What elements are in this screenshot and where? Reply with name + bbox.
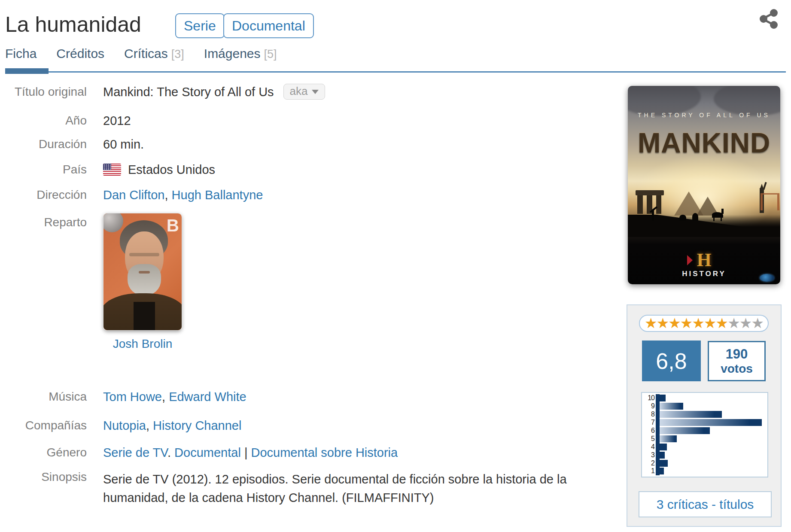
histogram-tick-label: 8 (642, 410, 656, 418)
histogram-row: 3 (642, 451, 765, 459)
aka-dropdown-button[interactable]: aka (283, 84, 325, 100)
star-filled-icon: ★ (668, 316, 680, 331)
country-value: Estados Unidos (128, 163, 215, 176)
histogram-bar (660, 403, 683, 410)
star-filled-icon: ★ (716, 316, 728, 331)
histogram-tick-label: 1 (642, 467, 656, 475)
photo-badge (103, 213, 123, 232)
rating-score: 6,8 (642, 340, 701, 381)
histogram-bar (660, 468, 664, 474)
photo-backdrop-letter: B (167, 216, 179, 235)
tab-imagenes[interactable]: Imágenes[5] (204, 46, 277, 61)
field-label: Sinopsis (0, 470, 87, 484)
histogram-bar (660, 395, 666, 401)
star-filled-icon: ★ (680, 316, 692, 331)
golden-gate-silhouette (761, 193, 779, 210)
histogram-bar (660, 427, 710, 434)
histogram-tick-label: 10 (642, 394, 656, 402)
histogram-tick-label: 5 (642, 435, 656, 443)
star-empty-icon: ★ (751, 316, 763, 331)
star-filled-icon: ★ (657, 316, 669, 331)
company-link[interactable]: History Channel (153, 419, 241, 432)
histogram-row: 10 (642, 394, 765, 402)
history-logo: H (628, 249, 780, 271)
movie-poster[interactable]: THE STORY OF ALL OF US MANKIND H HISTORY (628, 86, 780, 284)
histogram-tick-label: 7 (642, 419, 656, 426)
chevron-down-icon (312, 90, 319, 94)
year-value: 2012 (103, 114, 131, 128)
histogram-row: 9 (642, 402, 765, 410)
tab-imagenes-count: [5] (264, 48, 277, 61)
histogram-bar (660, 435, 677, 442)
tabs-divider-line (5, 71, 786, 73)
bluray-logo (760, 274, 774, 282)
star-empty-icon: ★ (739, 316, 751, 331)
tab-ficha[interactable]: Ficha (5, 46, 37, 61)
tab-criticas-count: [3] (171, 48, 184, 61)
histogram-bar (660, 444, 667, 450)
cast-name-link: Josh Brolin (103, 337, 182, 351)
star-empty-icon: ★ (727, 316, 739, 331)
histogram-row: 5 (642, 435, 765, 443)
history-wordmark: HISTORY (628, 270, 780, 278)
histogram-bar (660, 452, 665, 459)
histogram-row: 6 (642, 427, 765, 435)
us-flag-icon (103, 164, 121, 176)
tab-bar: Ficha Créditos Críticas[3] Imágenes[5] (5, 46, 277, 61)
tab-criticas[interactable]: Críticas[3] (124, 46, 184, 61)
genre-link[interactable]: Documental (174, 446, 241, 459)
histogram-bar (660, 460, 668, 467)
company-link[interactable]: Nutopia (103, 419, 146, 432)
filmaffinity-film-page: La humanidad Serie Documental Ficha Créd… (0, 0, 791, 532)
criticas-button[interactable]: 3 críticas - títulos (639, 491, 772, 517)
tab-creditos[interactable]: Créditos (56, 46, 104, 61)
composer-link[interactable]: Edward White (169, 390, 246, 404)
page-title: La humanidad (5, 12, 141, 37)
histogram-row: 7 (642, 419, 765, 427)
histogram-tick-label: 9 (642, 402, 656, 410)
field-label: Año (0, 114, 87, 128)
field-label: Género (0, 446, 87, 459)
share-icon[interactable] (758, 9, 779, 29)
active-tab-indicator (5, 68, 49, 74)
star-filled-icon: ★ (704, 316, 716, 331)
histogram-tick-label: 6 (642, 427, 656, 435)
votes-histogram: 10987654321 (641, 392, 768, 477)
stonehenge-silhouette (637, 194, 643, 214)
original-title-value: Mankind: The Story of All of Us (103, 85, 274, 99)
field-label: Reparto (0, 216, 87, 229)
duration-value: 60 min. (103, 137, 144, 152)
director-link[interactable]: Hugh Ballantyne (172, 188, 263, 202)
histogram-tick-label: 4 (642, 443, 656, 451)
director-link[interactable]: Dan Clifton (103, 188, 164, 202)
histogram-row: 2 (642, 459, 765, 467)
genre-topic-link[interactable]: Documental sobre Historia (251, 446, 398, 459)
field-label: Música (0, 390, 87, 404)
genre-link[interactable]: Serie de TV (103, 446, 167, 459)
histogram-row: 1 (642, 467, 765, 475)
votes-box[interactable]: 190 votos (708, 341, 766, 381)
histogram-row: 4 (642, 443, 765, 451)
histogram-tick-label: 2 (642, 459, 656, 467)
field-label: Compañías (0, 419, 87, 432)
star-rating-bar[interactable]: ★★★★★★★★★★ (639, 315, 769, 332)
cast-photo-josh-brolin[interactable]: B (103, 213, 182, 331)
star-filled-icon: ★ (692, 316, 704, 331)
badge-serie[interactable]: Serie (175, 13, 225, 38)
field-label: Título original (0, 85, 87, 99)
field-label: País (0, 163, 87, 176)
rating-panel: ★★★★★★★★★★ 6,8 190 votos 10987654321 3 c… (627, 304, 782, 527)
badge-documental[interactable]: Documental (223, 13, 314, 38)
histogram-bar (660, 419, 762, 426)
poster-title: MANKIND (628, 127, 780, 159)
histogram-row: 8 (642, 410, 765, 419)
synopsis-text: Serie de TV (2012). 12 episodios. Serie … (103, 470, 608, 507)
poster-tagline: THE STORY OF ALL OF US (628, 112, 780, 119)
votes-count: 190 (726, 347, 748, 362)
histogram-bar (660, 411, 722, 418)
histogram-tick-label: 3 (642, 451, 656, 459)
composer-link[interactable]: Tom Howe (103, 390, 162, 404)
field-label: Dirección (0, 188, 87, 202)
votes-label: votos (721, 362, 753, 376)
star-filled-icon: ★ (645, 316, 657, 331)
